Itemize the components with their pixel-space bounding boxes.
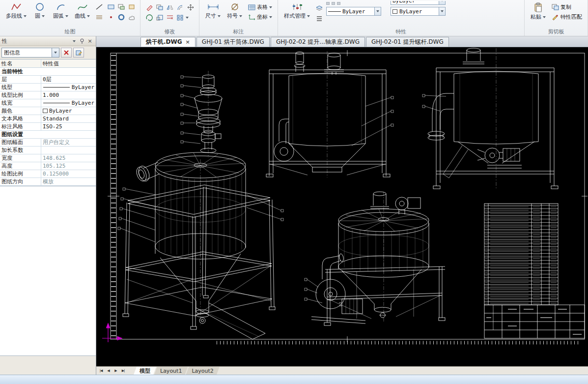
file-tab[interactable]: 烘干机.DWG × [140,37,196,47]
tab-model[interactable]: 模型 [134,367,156,375]
ribbon-group-clipboard: 粘贴 复制 特性匹配 剪切板 [525,0,588,36]
panel-empty-area [0,186,96,356]
coordinate-button[interactable]: 坐标 [247,13,274,21]
table-button[interactable]: 表格 [247,3,274,11]
info-combo[interactable]: 图信息 [1,48,59,58]
style-manager-button[interactable]: 样式管理 [282,1,312,21]
point-tool-icon[interactable] [106,13,115,22]
match-properties-label: 特性匹配 [560,13,582,21]
tab-layout1[interactable]: Layout1 [154,367,188,375]
file-tab[interactable]: GHJ-02-02 提升...轴承座.DWG [271,37,365,47]
table-row[interactable]: 图纸方向横放 [0,178,96,186]
arc-button[interactable]: 圆弧 [51,1,70,21]
dimension-button[interactable]: 尺寸 [203,1,223,21]
circle-icon [35,2,45,11]
first-layout-button[interactable]: |◀ [97,367,105,375]
table-row[interactable]: 线型ByLayer [0,84,96,91]
combo-arrow[interactable] [439,7,445,15]
model-canvas[interactable] [96,47,588,366]
info-combo-row: 图信息 [0,46,96,59]
table-row: 图纸设置 [0,131,96,139]
rectangle-tool-icon[interactable] [106,2,115,11]
panel-menu-button[interactable] [70,38,78,45]
cloud-tool-icon[interactable] [127,13,136,22]
array-icon[interactable] [175,13,185,22]
pin-icon[interactable] [78,38,86,45]
table-row[interactable]: 宽度148.625 [0,154,96,162]
mirror-icon[interactable] [165,3,174,12]
arc-label: 圆弧 [53,12,64,20]
symbol-button[interactable]: 符号 [225,1,244,21]
offset-icon[interactable] [175,3,185,12]
curve-button[interactable]: 曲线 [73,1,92,21]
match-properties-icon [552,14,559,20]
tab-layout2[interactable]: Layout2 [186,367,219,375]
file-tab[interactable]: GHJ-02-01 提升螺杆.DWG [366,37,449,47]
chevron-down-icon [269,16,272,18]
block-tool-icon[interactable] [127,2,136,11]
copy-label: 复制 [560,3,571,11]
cancel-edit-button[interactable] [61,48,72,58]
table-row: 当前特性 [0,68,96,76]
table-row[interactable]: 层0层 [0,76,96,84]
layers-icon[interactable] [314,4,324,13]
column-header-value: 特性值 [41,59,96,67]
scale-icon[interactable] [155,13,164,22]
copy-object-icon[interactable] [155,3,164,12]
table-row[interactable]: 线型比例1.000 [0,91,96,99]
close-icon[interactable]: × [186,39,190,45]
chevron-down-icon [239,15,242,17]
chevron-down-icon[interactable] [186,17,189,19]
next-layout-button[interactable]: ▶ [112,367,119,375]
donut-tool-icon[interactable] [116,13,126,22]
red-x-icon [63,50,69,56]
ribbon-group-properties: 样式管理 ByLayer ByLayer [278,0,525,36]
line-tool-icon[interactable] [94,2,104,11]
chevron-down-icon [543,16,546,18]
erase-icon[interactable] [144,3,154,12]
match-properties-button[interactable]: 特性匹配 [550,13,584,21]
combo-arrow[interactable] [52,48,59,57]
color-value: ByLayer [399,8,422,15]
table-row[interactable]: 文本风格Standard [0,115,96,123]
linetype-combo[interactable]: ByLayer [326,7,381,16]
last-layout-button[interactable]: ▶| [119,367,127,375]
file-tab[interactable]: GHJ-01 烘干筒体.DWG [196,37,270,47]
symbol-icon [230,2,240,11]
table-row[interactable]: 标注风格ISO-25 [0,123,96,131]
table-row[interactable]: 线宽ByLayer [0,99,96,107]
table-label: 表格 [257,3,268,11]
column-header-name: 性名 [0,59,41,67]
chevron-down-icon [42,15,45,17]
rotate-icon[interactable] [144,13,154,22]
lineweight-combo-cropped[interactable]: ByLayer [391,1,446,5]
linetype-preview [43,87,70,88]
hatch-tool-icon[interactable] [94,13,104,22]
paste-button[interactable]: 粘贴 [529,1,548,22]
circle-button[interactable]: 圆 [31,1,49,21]
status-bar [0,375,588,384]
prev-layout-button[interactable]: ◀ [105,367,112,375]
trim-icon[interactable] [165,13,174,22]
panel-close-button[interactable]: × [86,38,94,45]
table-row[interactable]: 高度105.125 [0,162,96,170]
polyline-button[interactable]: 多段线 [4,1,28,21]
edit-settings-button[interactable] [73,48,84,58]
table-row[interactable]: 颜色ByLayer [0,107,96,115]
modify-group-label: 修改 [140,28,199,35]
paste-label: 粘贴 [531,13,541,21]
chevron-down-icon [218,15,221,17]
chevron-down-icon [73,40,76,42]
copy-button[interactable]: 复制 [550,3,584,11]
combo-arrow[interactable] [374,7,381,15]
region-tool-icon[interactable] [116,2,126,11]
table-row[interactable]: 图纸幅面用户自定义 [0,139,96,147]
properties-table-header: 性名 特性值 [0,59,96,68]
move-icon[interactable] [186,3,195,12]
table-row[interactable]: 绘图比例0.125000 [0,170,96,178]
color-combo[interactable]: ByLayer [391,7,446,16]
properties-panel-header: 性 × [0,36,96,46]
style-manager-label: 样式管理 [284,12,306,20]
list-icon[interactable] [314,14,324,23]
table-row[interactable]: 加长系数 [0,147,96,154]
